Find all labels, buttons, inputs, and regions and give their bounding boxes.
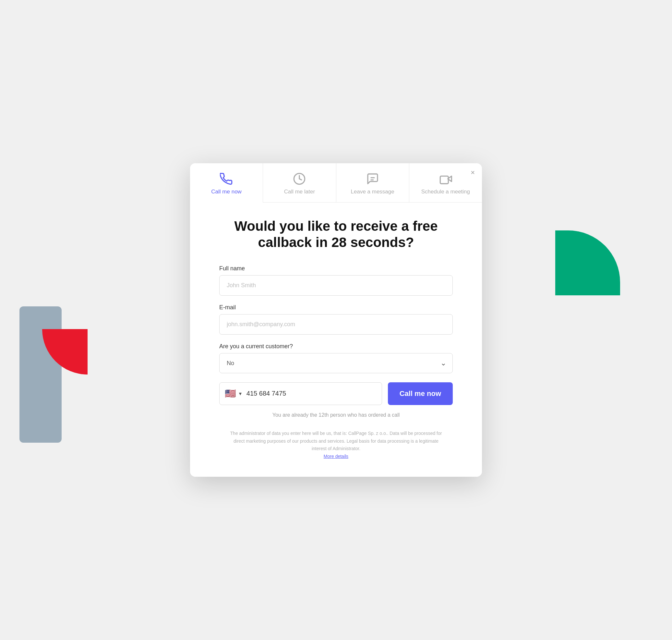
modal-body: Would you like to receive a free callbac… [190, 203, 482, 461]
tab-schedule-meeting-label: Schedule a meeting [421, 189, 470, 195]
page-wrapper: × Call me now Call me later [0, 0, 672, 640]
customer-label: Are you a current customer? [219, 343, 453, 350]
clock-icon [293, 172, 306, 185]
phone-icon [220, 172, 233, 185]
tab-call-now[interactable]: Call me now [190, 163, 263, 202]
message-icon [366, 172, 379, 185]
tab-leave-message[interactable]: Leave a message [336, 163, 409, 202]
deco-left-bar [19, 306, 62, 443]
privacy-text: The administrator of data you enter here… [219, 430, 453, 461]
modal: × Call me now Call me later [190, 163, 482, 477]
tab-schedule-meeting[interactable]: Schedule a meeting [409, 163, 482, 202]
more-details-link[interactable]: More details [324, 454, 348, 459]
fullname-group: Full name [219, 265, 453, 296]
tab-leave-message-label: Leave a message [351, 189, 394, 195]
tab-call-now-label: Call me now [211, 189, 242, 195]
phone-input[interactable] [247, 390, 376, 397]
order-text: You are already the 12th person who has … [219, 412, 453, 418]
customer-group: Are you a current customer? No Yes ⌄ [219, 343, 453, 373]
fullname-label: Full name [219, 265, 453, 272]
tab-call-later-label: Call me later [284, 189, 315, 195]
flag-dropdown-arrow[interactable]: ▼ [238, 391, 243, 396]
video-icon [439, 172, 452, 185]
email-label: E-mail [219, 304, 453, 311]
us-flag-icon: 🇺🇸 [225, 389, 236, 398]
phone-input-wrapper: 🇺🇸 ▼ [219, 382, 382, 405]
call-now-button[interactable]: Call me now [388, 382, 453, 405]
svg-rect-3 [440, 176, 448, 184]
email-group: E-mail [219, 304, 453, 335]
fullname-input[interactable] [219, 275, 453, 296]
customer-select-wrapper: No Yes ⌄ [219, 353, 453, 373]
tab-call-later[interactable]: Call me later [263, 163, 336, 202]
phone-row: 🇺🇸 ▼ Call me now [219, 382, 453, 405]
email-input[interactable] [219, 314, 453, 335]
tab-bar: Call me now Call me later Leave a messag… [190, 163, 482, 203]
main-heading: Would you like to receive a free callbac… [219, 218, 453, 251]
customer-select[interactable]: No Yes [219, 353, 453, 373]
deco-green-quarter [555, 230, 620, 295]
